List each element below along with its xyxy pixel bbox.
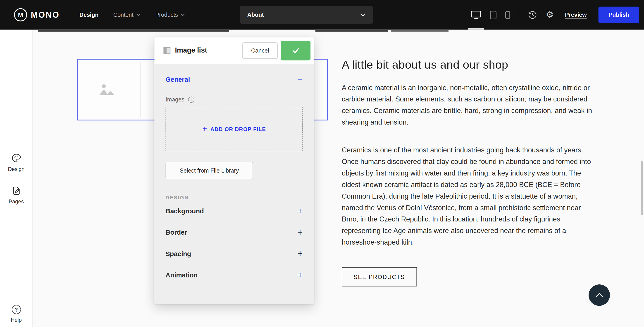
help-icon: ? (12, 305, 21, 314)
history-icon (528, 10, 537, 20)
pages-icon (11, 186, 21, 196)
image-placeholder-icon (97, 80, 116, 97)
history-button[interactable] (528, 0, 537, 30)
checkmark-icon (291, 46, 300, 55)
chevron-down-icon (136, 14, 140, 16)
nav-item-content[interactable]: Content (113, 12, 140, 18)
accordion-animation[interactable]: Animation + (166, 265, 302, 286)
panel-header: Image list Cancel (154, 37, 314, 64)
accordion-label: Border (166, 229, 187, 236)
sidebar-item-design[interactable]: Design (0, 153, 32, 172)
mono-logo-icon: M (14, 8, 27, 21)
editor-canvas: A little bit about us and our shop A cer… (33, 30, 644, 327)
divider (519, 10, 519, 20)
palette-icon (11, 153, 21, 163)
publish-button[interactable]: Publish (598, 7, 639, 23)
page-selector[interactable]: About (240, 6, 373, 24)
image-slot-divider (140, 62, 141, 118)
dropzone-label: ADD OR DROP FILE (210, 126, 266, 132)
file-dropzone[interactable]: + ADD OR DROP FILE (166, 107, 302, 151)
accordion-background[interactable]: Background + (166, 201, 302, 222)
sidebar-item-label: Pages (8, 199, 24, 205)
about-paragraph-2[interactable]: Ceramics is one of the most ancient indu… (342, 145, 595, 248)
chevron-down-icon (181, 14, 185, 16)
expand-icon[interactable]: + (297, 271, 302, 280)
sidebar-item-pages[interactable]: Pages (0, 186, 32, 204)
sidebar-item-label: Design (8, 166, 24, 172)
sidebar-item-help[interactable]: ? Help (0, 305, 32, 323)
scrollbar[interactable] (641, 161, 643, 216)
images-field-label-row: Images i (166, 96, 302, 103)
sidebar-item-label: Help (11, 317, 22, 323)
top-nav: Design Content Products (80, 12, 185, 18)
expand-icon[interactable]: + (297, 228, 302, 237)
collapse-icon[interactable]: − (298, 75, 302, 84)
logo-text: MONO (31, 10, 60, 20)
accordion-label: Animation (166, 272, 198, 279)
logo-mark-letter: M (18, 11, 23, 18)
general-label: General (166, 76, 190, 83)
chevron-up-icon (595, 292, 603, 297)
about-section: A little bit about us and our shop A cer… (342, 30, 595, 286)
panel-body: General − Images i + ADD OR DROP FILE Se… (154, 64, 314, 304)
logo[interactable]: M MONO (14, 8, 60, 21)
plus-icon: + (202, 125, 207, 133)
expand-icon[interactable]: + (297, 249, 302, 259)
image-list-widget-icon (164, 47, 170, 54)
nav-item-products[interactable]: Products (155, 12, 185, 18)
settings-button[interactable]: ⚙ (546, 0, 554, 30)
page-selector-value: About (247, 12, 264, 18)
select-from-file-library-button[interactable]: Select from File Library (166, 162, 253, 179)
device-mobile-button[interactable] (505, 0, 510, 30)
nav-item-design[interactable]: Design (80, 12, 99, 18)
accordion-label: Spacing (166, 250, 191, 258)
expand-icon[interactable]: + (297, 207, 302, 216)
help-glyph: ? (14, 306, 18, 312)
tablet-icon (490, 11, 496, 19)
site-header-remnant (38, 30, 229, 32)
mobile-icon (505, 11, 510, 19)
see-products-button[interactable]: SEE PRODUCTS (342, 267, 417, 286)
panel-title: Image list (175, 47, 242, 55)
images-label: Images (166, 96, 184, 103)
about-paragraph-1[interactable]: A ceramic material is an inorganic, non-… (342, 82, 595, 128)
about-heading[interactable]: A little bit about us and our shop (342, 58, 595, 72)
design-section-label: DESIGN (166, 195, 302, 200)
nav-item-label: Products (155, 12, 178, 18)
accordion-label: Background (166, 208, 204, 215)
topbar: M MONO Design Content Products About (0, 0, 644, 30)
topbar-right: ⚙ Preview Publish (471, 0, 639, 30)
device-tablet-button[interactable] (490, 0, 496, 30)
device-desktop-button[interactable] (471, 0, 481, 30)
nav-item-label: Design (80, 12, 99, 18)
chevron-down-icon (360, 13, 366, 17)
app: M MONO Design Content Products About (0, 0, 644, 327)
gear-icon: ⚙ (546, 10, 554, 19)
accordion-border[interactable]: Border + (166, 222, 302, 243)
cancel-button[interactable]: Cancel (242, 42, 278, 59)
general-section-header[interactable]: General − (166, 75, 302, 84)
scroll-to-top-button[interactable] (588, 284, 610, 306)
info-icon[interactable]: i (188, 97, 194, 103)
nav-item-label: Content (113, 12, 134, 18)
desktop-icon (471, 10, 481, 19)
preview-link[interactable]: Preview (565, 12, 587, 18)
confirm-button[interactable] (281, 41, 311, 61)
accordion-spacing[interactable]: Spacing + (166, 243, 302, 265)
info-glyph: i (191, 97, 192, 102)
image-list-settings-panel: Image list Cancel General − Images i + A… (154, 37, 314, 304)
left-sidebar: Design Pages ? Help (0, 30, 33, 327)
